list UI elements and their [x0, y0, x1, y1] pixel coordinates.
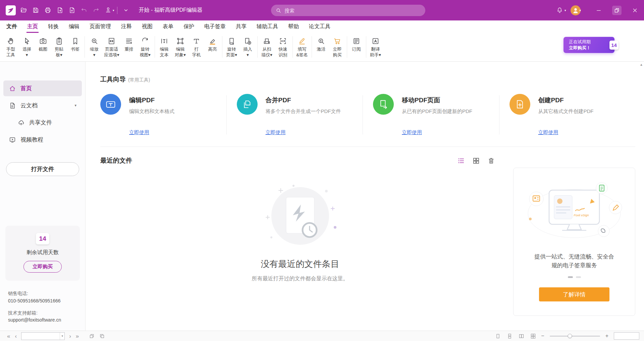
menu-home[interactable]: 主页: [22, 20, 43, 33]
zoom-slider[interactable]: [550, 336, 600, 337]
minimize-button[interactable]: [590, 0, 608, 20]
use-now-link-create[interactable]: 立即使用: [538, 129, 630, 136]
support-email-value[interactable]: support@foxitsoftware.cn: [8, 317, 77, 324]
tool-edit-text[interactable]: 编辑文本: [156, 35, 172, 59]
sidebar-item-video-tutorials[interactable]: 视频教程: [3, 132, 82, 148]
sidebar-item-shared-files[interactable]: 共享文件: [3, 115, 82, 130]
sidebar-item-cloud-docs[interactable]: 云文档 ▾: [3, 98, 82, 113]
tool-subscribe[interactable]: 订阅: [348, 35, 365, 53]
menu-share[interactable]: 共享: [231, 20, 252, 33]
menu-file[interactable]: 文件: [1, 20, 22, 33]
redo-button[interactable]: [90, 4, 102, 16]
typewriter-icon: [192, 36, 201, 46]
export-pdf-button[interactable]: [54, 4, 66, 16]
tool-page-fit[interactable]: 页面适应选项▾: [102, 35, 121, 59]
prev-page-button[interactable]: ‹: [12, 333, 19, 339]
bell-icon: [556, 7, 563, 14]
menu-help[interactable]: 帮助: [283, 20, 304, 33]
next-page-button[interactable]: ›: [67, 333, 73, 339]
menu-view[interactable]: 视图: [137, 20, 158, 33]
open-file-pill-button[interactable]: 打开文件: [6, 162, 79, 176]
save-button[interactable]: [30, 4, 42, 16]
menu-edit[interactable]: 编辑: [64, 20, 85, 33]
carousel-dot-2[interactable]: [576, 276, 581, 278]
restore-window-button[interactable]: [608, 0, 626, 20]
zoom-in-button[interactable]: +: [604, 333, 610, 339]
tool-activate[interactable]: 激活: [313, 35, 329, 53]
continuous-facing-view-button[interactable]: [528, 333, 538, 339]
menu-accessibility[interactable]: 辅助工具: [252, 20, 283, 33]
page-number-input[interactable]: [23, 334, 59, 339]
notifications-caret[interactable]: ▾: [565, 9, 566, 12]
menu-thesis-tools[interactable]: 论文工具: [304, 20, 335, 33]
move-pages-icon: [373, 94, 394, 115]
tool-insert-pages[interactable]: 插入▾: [240, 35, 256, 59]
zoom-level-input[interactable]: [614, 332, 639, 340]
avatar-caret[interactable]: ▾: [579, 9, 581, 12]
quick-sign-dropdown-caret[interactable]: ▾: [113, 9, 114, 12]
menu-convert[interactable]: 转换: [43, 20, 64, 33]
tool-bookmark[interactable]: 书签: [67, 35, 83, 53]
first-page-button[interactable]: «: [5, 333, 12, 339]
customize-toolbar-button[interactable]: [120, 4, 132, 16]
carousel-dot-1[interactable]: [568, 276, 573, 278]
tool-buy-now[interactable]: 立即购买: [329, 35, 345, 59]
grid-view-button[interactable]: [472, 157, 480, 165]
close-button[interactable]: [626, 0, 644, 20]
use-now-link-move[interactable]: 立即使用: [402, 129, 494, 136]
open-file-button[interactable]: [17, 4, 30, 16]
menu-protect[interactable]: 保护: [178, 20, 199, 33]
tool-snapshot[interactable]: 截图: [35, 35, 51, 53]
global-search-box[interactable]: [271, 5, 425, 16]
tool-translate-assistant[interactable]: 翻译助手▾: [368, 35, 384, 59]
zoom-out-button[interactable]: −: [540, 333, 545, 339]
sidebar-item-home[interactable]: 首页: [3, 80, 82, 96]
trial-buy-banner[interactable]: 正在试用期 立即购买！ 14: [564, 37, 614, 53]
promo-carousel-dots[interactable]: [568, 276, 581, 278]
tool-zoom[interactable]: 缩放▾: [86, 35, 102, 59]
create-pdf-button[interactable]: [66, 4, 78, 16]
menu-form[interactable]: 表单: [158, 20, 178, 33]
scrollbar-up-arrow[interactable]: ▲: [640, 63, 643, 66]
last-page-button[interactable]: »: [73, 333, 81, 339]
single-page-view-button[interactable]: [493, 333, 503, 339]
list-view-button[interactable]: [457, 157, 465, 165]
search-input[interactable]: [284, 8, 421, 13]
next-view-button[interactable]: [97, 333, 107, 339]
tool-edit-object[interactable]: 编辑对象▾: [172, 35, 189, 59]
tool-clipboard[interactable]: 剪贴板▾: [51, 35, 67, 59]
tool-reflow[interactable]: 重排: [121, 35, 137, 53]
page-number-caret[interactable]: ▾: [60, 333, 63, 340]
tool-quick-ocr[interactable]: OCR 快速识别: [275, 35, 291, 59]
menu-comment[interactable]: 注释: [116, 20, 137, 33]
facing-view-button[interactable]: [516, 333, 527, 339]
foxit-logo-icon: [4, 4, 17, 16]
zoom-slider-thumb[interactable]: [568, 334, 572, 338]
use-now-link-merge[interactable]: 立即使用: [266, 129, 358, 136]
notifications-button[interactable]: [554, 4, 566, 16]
card-create-pdf: 创建PDF从其它格式文件创建PDF 立即使用: [509, 94, 636, 136]
tool-fill-sign[interactable]: 填写&签名: [294, 35, 310, 59]
tool-highlight[interactable]: 高亮: [205, 35, 221, 53]
learn-more-button[interactable]: 了解详情: [539, 287, 609, 301]
page-number-box[interactable]: ▾: [21, 332, 65, 340]
continuous-view-button[interactable]: [504, 333, 515, 339]
tool-typewriter[interactable]: 打字机: [189, 35, 205, 59]
quick-sign-button[interactable]: [102, 4, 114, 16]
clear-recent-button[interactable]: [487, 157, 495, 165]
menu-page-management[interactable]: 页面管理: [85, 20, 116, 33]
shared-files-icon: [17, 119, 25, 126]
print-button[interactable]: [42, 4, 54, 16]
undo-button[interactable]: [78, 4, 90, 16]
tool-from-scanner[interactable]: 从扫描仪▾: [259, 35, 275, 59]
tool-select[interactable]: 选择▾: [19, 35, 35, 59]
cloud-docs-caret[interactable]: ▾: [74, 103, 76, 108]
card-merge-pdf: 合并PDF将多个文件合并生成一个PDF文件 立即使用: [237, 94, 363, 136]
tool-hand[interactable]: 手型工具: [3, 35, 19, 59]
menu-esign[interactable]: 电子签章: [199, 20, 231, 33]
tool-rotate-pages[interactable]: 旋转页面▾: [224, 35, 240, 59]
prev-view-button[interactable]: [87, 333, 97, 339]
use-now-link-edit[interactable]: 立即使用: [129, 129, 221, 136]
tool-rotate-view[interactable]: 旋转视图▾: [137, 35, 153, 59]
buy-now-button[interactable]: 立即购买: [23, 261, 62, 273]
